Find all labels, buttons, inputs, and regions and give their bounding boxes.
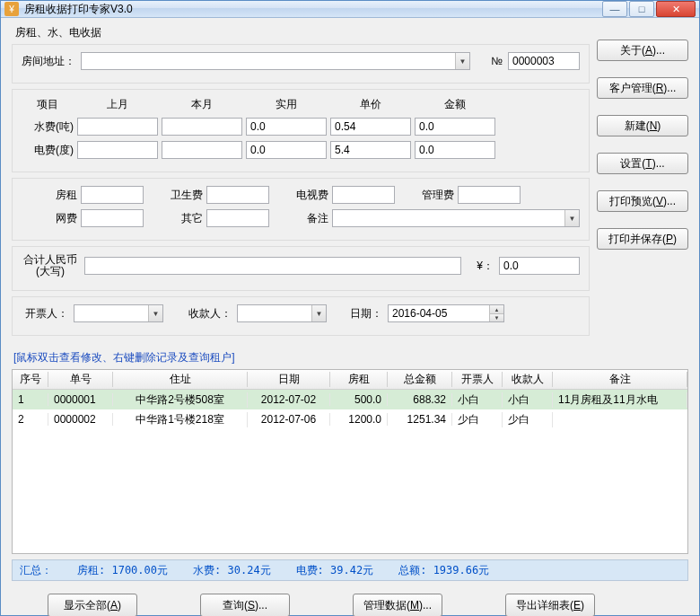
window-buttons: — □ ✕ <box>602 1 696 17</box>
th-drawer[interactable]: 开票人 <box>452 372 503 387</box>
spin-up-icon[interactable]: ▲ <box>489 305 503 314</box>
total-value-input[interactable] <box>499 257 580 275</box>
summary-water: 水费: 30.24元 <box>193 563 271 578</box>
hdr-used: 实用 <box>246 97 327 112</box>
water-price-input[interactable] <box>330 118 411 136</box>
table-body: 10000001中华路2号楼508室2012-07-02500.0688.32小… <box>13 390 687 553</box>
hdr-project: 项目 <box>22 97 74 112</box>
table-header: 序号 单号 住址 日期 房租 总金额 开票人 收款人 备注 <box>13 370 687 390</box>
th-addr[interactable]: 住址 <box>113 372 248 387</box>
clean-input[interactable] <box>206 186 269 204</box>
settings-button[interactable]: 设置(T)... <box>597 153 688 174</box>
group-people: 开票人： ▼ 收款人： ▼ 日期： 2016-04-05 <box>12 296 590 336</box>
total-label: 合计人民币 (大写) <box>22 254 79 277</box>
hdr-price: 单价 <box>330 97 411 112</box>
water-this-input[interactable] <box>162 118 242 136</box>
group-total: 合计人民币 (大写) ¥： <box>12 246 590 291</box>
yen-symbol: ¥： <box>467 259 494 274</box>
maximize-button[interactable]: □ <box>629 1 654 17</box>
new-button[interactable]: 新建(N) <box>597 115 688 136</box>
tv-label: 电视费 <box>273 188 328 203</box>
serial-input[interactable] <box>508 52 580 70</box>
bottom-buttons: 显示全部(A) 查询(S)... 管理数据(M)... 导出详细表(E) <box>12 594 688 616</box>
water-last-input[interactable] <box>77 118 158 136</box>
other-input[interactable] <box>206 209 269 227</box>
export-detail-button[interactable]: 导出详细表(E) <box>505 594 595 616</box>
th-date[interactable]: 日期 <box>248 372 330 387</box>
close-button[interactable]: ✕ <box>656 1 696 17</box>
other-label: 其它 <box>147 211 203 226</box>
net-input[interactable] <box>81 209 144 227</box>
manage-label: 管理费 <box>398 188 454 203</box>
group-meters: 项目 上月 本月 实用 单价 金额 水费(吨) <box>12 89 590 172</box>
client-area: 房租、水、电收据 房间地址： ▼ № <box>1 18 699 616</box>
th-total[interactable]: 总金额 <box>388 372 452 387</box>
manage-input[interactable] <box>458 186 521 204</box>
drawer-combo[interactable]: ▼ <box>74 304 163 322</box>
payee-label: 收款人： <box>169 306 232 321</box>
clean-label: 卫生费 <box>147 188 203 203</box>
serial-label: № <box>476 55 503 67</box>
hdr-amount: 金额 <box>415 97 495 112</box>
th-no[interactable]: 单号 <box>48 372 113 387</box>
app-window: ¥ 房租收据打印专家V3.0 — □ ✕ 房租、水、电收据 房间地址： ▼ <box>0 0 700 616</box>
elec-amount-input[interactable] <box>415 141 495 159</box>
print-preview-button[interactable]: 打印预览(V)... <box>597 190 688 212</box>
about-button[interactable]: 关于(A)... <box>597 40 688 61</box>
total-daxie-input[interactable] <box>84 257 461 275</box>
th-seq[interactable]: 序号 <box>13 372 48 387</box>
spin-down-icon[interactable]: ▼ <box>489 314 503 322</box>
address-label: 房间地址： <box>22 54 75 69</box>
th-payee[interactable]: 收款人 <box>503 372 553 387</box>
water-amount-input[interactable] <box>415 118 495 136</box>
remark-label: 备注 <box>273 211 328 226</box>
drawer-label: 开票人： <box>22 306 68 321</box>
remark-combo[interactable]: ▼ <box>332 209 580 227</box>
group-address: 房间地址： ▼ № <box>12 44 590 84</box>
summary-elec: 电费: 39.42元 <box>296 563 374 578</box>
records-table: 序号 单号 住址 日期 房租 总金额 开票人 收款人 备注 10000001中华… <box>12 369 688 554</box>
summary-total: 总额: 1939.66元 <box>398 563 489 578</box>
show-all-button[interactable]: 显示全部(A) <box>48 594 137 616</box>
app-icon: ¥ <box>4 2 19 16</box>
table-hint: [鼠标双击查看修改、右键删除记录及查询租户] <box>13 350 687 365</box>
net-label: 网费 <box>22 211 77 226</box>
tv-input[interactable] <box>332 186 395 204</box>
rent-label: 房租 <box>22 188 77 203</box>
rent-input[interactable] <box>81 186 144 204</box>
summary-bar: 汇总： 房租: 1700.00元 水费: 30.24元 电费: 39.42元 总… <box>12 559 688 581</box>
elec-label: 电费(度) <box>22 143 74 158</box>
side-buttons: 关于(A)... 客户管理(R)... 新建(N) 设置(T)... 打印预览(… <box>597 27 688 341</box>
date-label: 日期： <box>332 306 382 321</box>
elec-price-input[interactable] <box>330 141 411 159</box>
minimize-button[interactable]: — <box>602 1 627 17</box>
water-label: 水费(吨) <box>22 119 74 135</box>
customer-manage-button[interactable]: 客户管理(R)... <box>597 77 688 99</box>
print-save-button[interactable]: 打印并保存(P) <box>597 228 688 250</box>
manage-data-button[interactable]: 管理数据(M)... <box>353 594 442 616</box>
elec-used-input[interactable] <box>246 141 327 159</box>
hdr-last: 上月 <box>77 97 158 112</box>
chevron-down-icon: ▼ <box>148 305 162 321</box>
query-button[interactable]: 查询(S)... <box>200 594 290 616</box>
payee-combo[interactable]: ▼ <box>237 304 327 322</box>
group-fees: 房租 卫生费 电视费 管理费 网费 其它 备注 <box>12 178 590 241</box>
chevron-down-icon: ▼ <box>311 305 326 321</box>
titlebar: ¥ 房租收据打印专家V3.0 — □ ✕ <box>1 1 699 18</box>
elec-last-input[interactable] <box>77 141 158 159</box>
summary-label: 汇总： <box>20 563 52 578</box>
th-remark[interactable]: 备注 <box>553 372 687 387</box>
chevron-down-icon: ▼ <box>455 53 469 69</box>
group-label: 房租、水、电收据 <box>15 25 590 40</box>
water-used-input[interactable] <box>246 118 327 136</box>
hdr-this: 本月 <box>162 97 242 112</box>
address-combo[interactable]: ▼ <box>81 52 470 70</box>
th-rent[interactable]: 房租 <box>330 372 388 387</box>
elec-this-input[interactable] <box>162 141 242 159</box>
table-row[interactable]: 20000002中华路1号楼218室2012-07-061200.01251.3… <box>13 409 687 429</box>
summary-rent: 房租: 1700.00元 <box>77 563 168 578</box>
table-row[interactable]: 10000001中华路2号楼508室2012-07-02500.0688.32小… <box>13 390 687 409</box>
chevron-down-icon: ▼ <box>564 210 579 226</box>
window-title: 房租收据打印专家V3.0 <box>24 2 602 17</box>
date-input[interactable]: 2016-04-05 ▲▼ <box>388 304 504 322</box>
